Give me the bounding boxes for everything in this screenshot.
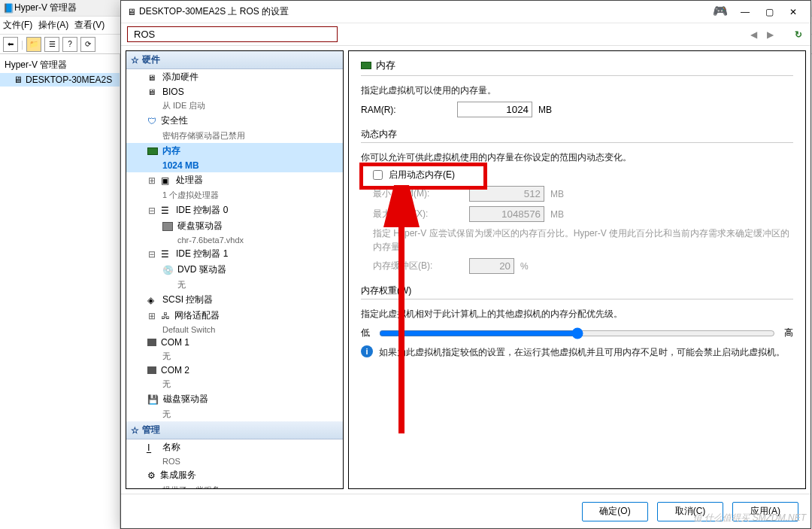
item-integration[interactable]: 集成服务 xyxy=(126,467,343,483)
ok-button[interactable]: 确定(O) xyxy=(582,502,648,521)
item-com1-sub: 无 xyxy=(126,349,343,363)
memory-desc: 指定此虚拟机可以使用的内存量。 xyxy=(361,84,793,97)
hyperv-tree[interactable]: Hyper-V 管理器 🖥 DESKTOP-30MEA2S xyxy=(0,54,120,529)
max-ram-label: 最大 RAM(X): xyxy=(373,208,463,220)
tree-host[interactable]: 🖥 DESKTOP-30MEA2S xyxy=(0,73,120,87)
dialog-title-text: DESKTOP-30MEA2S 上 ROS 的设置 xyxy=(139,5,289,18)
item-name-sub: ROS xyxy=(126,455,343,467)
cancel-button[interactable]: 取消(C) xyxy=(657,502,723,521)
cpu-icon: ▣ xyxy=(161,175,171,186)
name-icon: I̲ xyxy=(147,442,158,453)
item-ide0[interactable]: ⊟☰IDE 控制器 0 xyxy=(126,202,343,218)
buffer-label: 内存缓冲区(B): xyxy=(373,260,463,272)
max-ram-input xyxy=(469,206,544,222)
tree-host-label: DESKTOP-30MEA2S xyxy=(26,74,112,85)
hyperv-icon: 📘 xyxy=(3,3,14,14)
dyn-enable-checkbox[interactable] xyxy=(373,170,383,180)
item-scsi[interactable]: ◈SCSI 控制器 xyxy=(126,292,343,308)
item-hdd-sub: chr-7.6beta7.vhdx xyxy=(126,234,343,246)
expander-icon[interactable]: ⊞ xyxy=(147,175,156,186)
vm-selector[interactable]: ROS xyxy=(127,26,338,42)
weight-header: 内存权重(W) xyxy=(361,284,793,297)
tree-root[interactable]: Hyper-V 管理器 xyxy=(0,57,120,73)
weight-desc: 指定此虚拟机相对于此计算机上的其他虚拟机的内存分配优先级。 xyxy=(361,307,793,321)
item-nic[interactable]: ⊞网络适配器 xyxy=(126,308,343,324)
buffer-input xyxy=(469,258,514,274)
ram-input[interactable] xyxy=(457,102,532,117)
ram-label: RAM(R): xyxy=(361,105,451,115)
com-icon xyxy=(147,366,156,374)
group-management[interactable]: ☆管理 xyxy=(126,421,343,439)
item-memory-sub: 1024 MB xyxy=(126,159,343,172)
nav-forward-icon[interactable]: ▶ xyxy=(764,29,776,41)
toolbar-properties-icon[interactable]: ☰ xyxy=(44,37,59,52)
slider-high: 高 xyxy=(784,327,793,339)
com-icon xyxy=(147,339,156,346)
close-icon[interactable]: ✕ xyxy=(782,4,804,20)
dyn-enable-row[interactable]: 启用动态内存(E) xyxy=(373,169,793,181)
bios-icon xyxy=(147,87,158,97)
detail-title: 内存 xyxy=(376,59,395,72)
apply-button[interactable]: 应用(A) xyxy=(732,502,798,521)
expander-icon[interactable]: ⊟ xyxy=(147,205,156,216)
max-unit: MB xyxy=(550,209,564,220)
item-hdd[interactable]: 硬盘驱动器 xyxy=(126,218,343,234)
floppy-icon xyxy=(147,394,159,405)
item-com2-sub: 无 xyxy=(126,377,343,391)
net-icon xyxy=(161,311,170,321)
item-com1[interactable]: COM 1 xyxy=(126,336,343,349)
toolbar-refresh-icon[interactable]: ⟳ xyxy=(80,37,95,52)
min-ram-input xyxy=(469,186,544,202)
toolbar-back-icon[interactable]: ⬅ xyxy=(3,37,18,52)
detail-header: 内存 xyxy=(361,59,793,72)
dialog-icon: 🖥 xyxy=(127,7,136,17)
item-floppy[interactable]: 磁盘驱动器 xyxy=(126,391,343,407)
settings-tree[interactable]: ☆硬件 添加硬件 BIOS 从 IDE 启动 🛡安全性 密钥存储驱动器已禁用 内… xyxy=(126,50,344,489)
dialog-footer: 确定(O) 取消(C) 应用(A) xyxy=(121,494,810,528)
scsi-icon: ◈ xyxy=(147,295,158,306)
item-memory[interactable]: 内存 xyxy=(126,143,343,159)
item-security[interactable]: 🛡安全性 xyxy=(126,113,343,129)
item-dvd[interactable]: 💿DVD 驱动器 xyxy=(126,262,343,278)
memory-icon xyxy=(361,62,371,69)
min-unit: MB xyxy=(550,189,564,199)
item-com2[interactable]: COM 2 xyxy=(126,363,343,377)
expander-icon[interactable]: ⊞ xyxy=(147,311,156,321)
item-security-sub: 密钥存储驱动器已禁用 xyxy=(126,129,343,143)
nav-back-icon[interactable]: ◀ xyxy=(747,29,759,41)
toolbar-help-icon[interactable]: ? xyxy=(62,37,77,52)
host-icon: 🖥 xyxy=(14,74,23,85)
dyn-enable-label: 启用动态内存(E) xyxy=(389,169,455,181)
vm-settings-dialog: 🖥 DESKTOP-30MEA2S 上 ROS 的设置 🎮 — ▢ ✕ ROS … xyxy=(120,0,811,529)
item-cpu[interactable]: ⊞▣处理器 xyxy=(126,172,343,188)
maximize-icon[interactable]: ▢ xyxy=(758,4,780,20)
dialog-toolbar: ROS ◀ ▶ ↻ xyxy=(121,23,810,46)
buffer-unit: % xyxy=(520,261,529,272)
item-cpu-sub: 1 个虚拟处理器 xyxy=(126,188,343,202)
item-ide1[interactable]: ⊟☰IDE 控制器 1 xyxy=(126,246,343,262)
menu-view[interactable]: 查看(V) xyxy=(74,19,105,32)
item-floppy-sub: 无 xyxy=(126,407,343,421)
memory-weight-slider[interactable] xyxy=(379,327,775,339)
minimize-icon[interactable]: — xyxy=(734,4,756,20)
shield-icon: 🛡 xyxy=(147,116,156,126)
dialog-titlebar: 🖥 DESKTOP-30MEA2S 上 ROS 的设置 🎮 — ▢ ✕ xyxy=(121,1,810,23)
item-dvd-sub: 无 xyxy=(126,278,343,292)
menu-action[interactable]: 操作(A) xyxy=(38,19,68,32)
hdd-icon xyxy=(162,222,173,231)
item-integration-sub: 提供了一些服务 xyxy=(126,483,343,489)
toolbar-folder-icon[interactable]: 📁 xyxy=(26,37,41,52)
dyn-desc: 你可以允许可供此虚拟机使用的内存量在你设定的范围内动态变化。 xyxy=(361,150,793,164)
group-hardware[interactable]: ☆硬件 xyxy=(126,51,343,69)
add-hw-icon xyxy=(147,72,158,83)
item-bios[interactable]: BIOS xyxy=(126,85,343,99)
refresh-icon[interactable]: ↻ xyxy=(792,29,804,41)
menu-file[interactable]: 文件(F) xyxy=(3,19,32,32)
info-icon: i xyxy=(361,345,373,357)
expander-icon[interactable]: ⊟ xyxy=(147,249,156,260)
buffer-desc: 指定 Hyper-V 应尝试保留为缓冲区的内存百分比。Hyper-V 使用此百分… xyxy=(373,226,793,254)
item-nic-sub: Default Switch xyxy=(126,324,343,336)
item-add-hardware[interactable]: 添加硬件 xyxy=(126,69,343,85)
ide-icon: ☰ xyxy=(161,249,171,260)
item-name[interactable]: I̲名称 xyxy=(126,439,343,455)
